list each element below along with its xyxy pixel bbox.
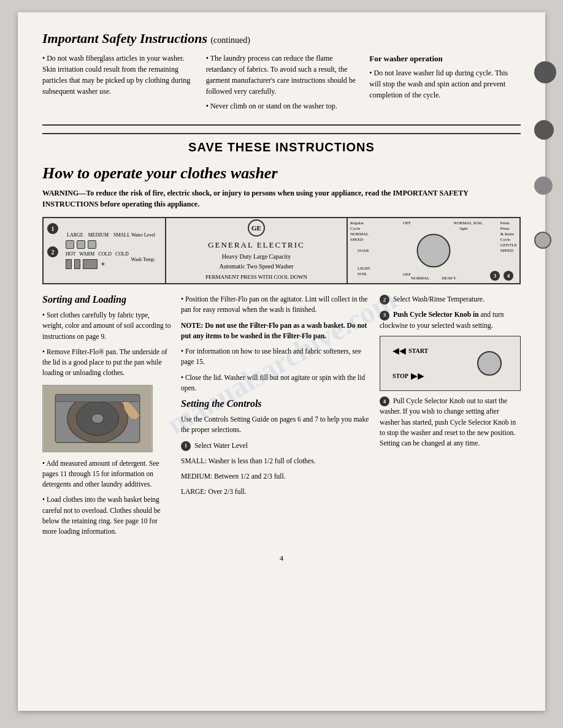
sorting-title: Sorting and Loading (42, 294, 171, 305)
dial-area: RegularCycleNORMALSPEED OFF NORMAL SOILl… (348, 218, 519, 283)
warning-text: WARNING—To reduce the risk of fire, elec… (42, 188, 521, 210)
step4-circle: 4 (380, 396, 389, 406)
step2-text: 2 Select Wash/Rinse Temperature. (380, 294, 521, 305)
panel-num-1: 1 (47, 223, 58, 234)
middle-bullet-2: • For information on how to use bleach a… (181, 346, 370, 368)
step3-circle: 3 (380, 311, 389, 320)
panel-water-level-controls (66, 240, 160, 249)
stop-arrow: STOP ▶▶ (393, 371, 424, 381)
panel-button-small (88, 240, 96, 249)
panel-button-medium (77, 240, 85, 249)
panel-left: 1 2 LARGE MEDIUM SMALL Water Level HOT W (44, 218, 166, 283)
panel-temp-btn-2 (74, 259, 80, 269)
panel-num-2: 2 (47, 246, 58, 257)
header-continued: (continued) (210, 36, 250, 45)
dial-label-lightsoil: LIGHTSOIL (358, 266, 370, 277)
step3-text: 3 Push Cycle Selector Knob in and turn c… (380, 309, 521, 331)
control-panel-diagram: 1 2 LARGE MEDIUM SMALL Water Level HOT W (42, 217, 521, 284)
setting-controls-title: Setting the Controls (181, 398, 370, 409)
step2-circle: 2 (380, 295, 389, 305)
panel-temp-btn-1 (66, 259, 72, 269)
header-columns: • Do not wash fiberglass articles in you… (42, 53, 521, 115)
panel-center: GE GENERAL ELECTRIC Heavy Duty Large Cap… (166, 218, 348, 283)
dial-label-normalsoil: NORMAL SOILlight (454, 221, 483, 232)
main-content: Sorting and Loading • Sort clothes caref… (42, 294, 521, 542)
side-dot-3 (534, 176, 553, 195)
header-bullet-3: • Never climb on or stand on the washer … (206, 100, 358, 112)
side-dot-1 (534, 61, 556, 83)
middle-bullet-1: • Position the Filter-Flo pan on the agi… (181, 294, 370, 316)
washer-svg (43, 385, 152, 452)
panel-controls-inner: LARGE MEDIUM SMALL Water Level HOT WARM … (66, 232, 160, 269)
large-text: LARGE: Over 2/3 full. (181, 487, 370, 497)
svg-point-4 (91, 414, 104, 423)
panel-temp-controls: ⊕ (66, 259, 131, 269)
header-col3-title: For washer operation (369, 53, 521, 65)
note-text: NOTE: Do not use the Filter-Flo pan as a… (181, 320, 370, 342)
save-banner: SAVE THESE INSTRUCTIONS (42, 133, 521, 154)
setting-text: Use the Controls Setting Guide on pages … (181, 414, 370, 436)
ge-logo-area: GE GENERAL ELECTRIC Heavy Duty Large Cap… (205, 219, 307, 281)
ge-note: PERMANENT PRESS WITH COOL DOWN (205, 273, 307, 281)
dial-label-regular: RegularCycleNORMALSPEED (350, 221, 369, 243)
ge-model2: Automatic Two Speed Washer (205, 262, 307, 271)
ge-model: Heavy Duty Large Capacity (205, 252, 307, 262)
sorting-bullet-2: • Remove Filter-Flo® pan. The underside … (42, 347, 171, 379)
col-middle: • Position the Filter-Flo pan on the agi… (181, 294, 370, 542)
col-right: 2 Select Wash/Rinse Temperature. 3 Push … (380, 294, 521, 542)
dial-label-normal-heavy: NORMALHEAVY (411, 276, 456, 281)
circle-numbers: 1 2 (47, 223, 58, 257)
dial-label-soak: SOAK (358, 248, 369, 253)
header-section: Important Safety Instructions (continued… (42, 31, 521, 126)
panel-button-large (66, 240, 74, 249)
start-stop-diagram: ◀◀ START STOP ▶▶ (380, 336, 521, 391)
small-text: SMALL: Washer is less than 1/2 full of c… (181, 456, 370, 466)
col-left: Sorting and Loading • Sort clothes caref… (42, 294, 171, 542)
washer-image (42, 385, 153, 452)
side-dots (534, 61, 556, 249)
bottom-num-3: 3 (490, 271, 500, 281)
dial-label-off-top: OFF (403, 221, 411, 226)
header-col-1: • Do not wash fiberglass articles in you… (42, 53, 194, 115)
ge-brand: GENERAL ELECTRIC (205, 239, 307, 252)
page-number: 4 (42, 554, 521, 563)
middle-bullet-3: • Close the lid. Washer will fill but no… (181, 373, 370, 394)
panel-temp-btn-3 (83, 259, 98, 269)
step1-circle: 1 (181, 441, 191, 451)
header-bullet-1: • Do not wash fiberglass articles in you… (42, 53, 194, 97)
bottom-num-4: 4 (504, 271, 513, 281)
header-title: Important Safety Instructions (continued… (42, 31, 521, 47)
step4-text: 4 Pull Cycle Selector Knob out to start … (380, 396, 521, 449)
dial-label-off-bottom: OFF (403, 272, 411, 277)
header-title-text: Important Safety Instructions (42, 31, 207, 46)
panel-temp-labels: HOT WARM COLD COLD Wash Temp. (66, 251, 160, 257)
stop-arrow-icon: ▶▶ (411, 371, 424, 381)
stop-label: STOP (393, 373, 408, 379)
side-dot-4 (534, 232, 551, 249)
side-dot-2 (534, 120, 554, 140)
start-arrow: ◀◀ START (393, 346, 428, 356)
dial-label-perm: Perm.Press& KnitsCycleGENTLESPEED (500, 221, 517, 254)
sorting-bullet-1: • Sort clothes carefully by fabric type,… (42, 310, 171, 342)
header-col-3: For washer operation • Do not leave wash… (369, 53, 521, 115)
knob-diagram (477, 351, 502, 376)
header-bullet-2: • The laundry process can reduce the fla… (206, 53, 358, 97)
panel-ge-badge: ⊕ (101, 262, 105, 267)
panel-right: RegularCycleNORMALSPEED OFF NORMAL SOILl… (348, 218, 519, 283)
header-bullet-4: • Do not leave washer lid up during cycl… (369, 67, 521, 100)
sorting-bullet-4: • Load clothes into the wash basket bein… (42, 495, 171, 537)
page-container: manualsarchive.com Important Safety Inst… (18, 12, 545, 711)
sorting-bullet-3: • Add measured amount of detergent. See … (42, 458, 171, 490)
start-arrow-icon: ◀◀ (393, 346, 406, 356)
header-col-2: • The laundry process can reduce the fla… (206, 53, 358, 115)
how-to-title: How to operate your clothes washer (42, 164, 521, 183)
bottom-nums: 3 4 (490, 271, 513, 281)
ge-logo-circle: GE (248, 219, 265, 237)
step1-label: 1 Select Water Level (181, 441, 370, 451)
panel-size-labels: LARGE MEDIUM SMALL Water Level (67, 232, 160, 238)
medium-text: MEDIUM: Between 1/2 and 2/3 full. (181, 471, 370, 482)
dial-knob (417, 234, 451, 268)
svg-rect-5 (55, 394, 139, 401)
start-label: START (408, 347, 428, 354)
